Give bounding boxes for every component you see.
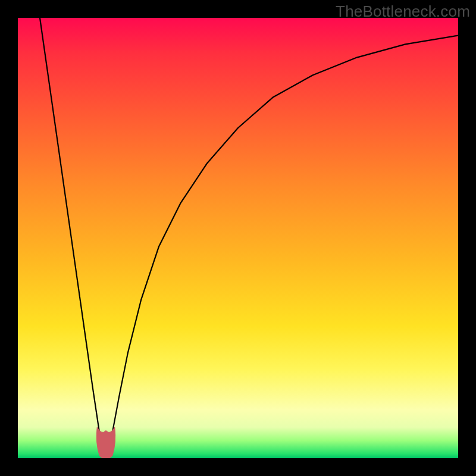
watermark-text: TheBottleneck.com bbox=[336, 2, 470, 21]
plot-area bbox=[18, 18, 458, 458]
curve-svg bbox=[18, 18, 458, 458]
chart-frame: TheBottleneck.com bbox=[0, 0, 476, 476]
sweet-spot-blob bbox=[96, 427, 115, 458]
bottleneck-curve bbox=[40, 18, 458, 458]
